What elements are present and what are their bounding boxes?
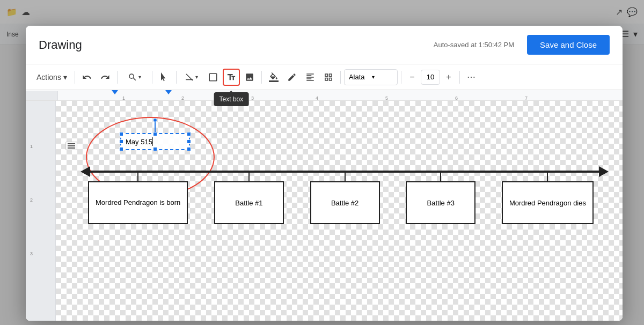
actions-label: Actions <box>36 73 61 82</box>
actions-button[interactable]: Actions ▾ <box>32 71 71 84</box>
timeline-box-3: Battle #2 <box>310 181 380 224</box>
save-and-close-button[interactable]: Save and Close <box>527 35 610 55</box>
ruler-mark-4: 4 <box>316 95 318 101</box>
grid-align-button[interactable] <box>320 69 337 86</box>
shape-tool-button[interactable] <box>204 69 222 86</box>
increase-font-size-button[interactable]: + <box>441 70 456 85</box>
font-name-label: Alata <box>349 73 370 81</box>
ruler-mark-6: 6 <box>455 95 458 101</box>
select-tool-button[interactable] <box>156 69 173 86</box>
textbox-element[interactable]: May 515 <box>120 133 190 150</box>
divider-8 <box>459 71 460 84</box>
resize-handle-bm[interactable] <box>153 147 157 151</box>
divider-7 <box>401 71 401 84</box>
ruler-mark-3: 3 <box>251 95 254 101</box>
more-icon: ⋯ <box>467 72 476 82</box>
timeline-arrowhead <box>599 166 609 177</box>
timeline-box-5: Mordred Pendragon dies <box>502 181 594 224</box>
rotation-handle <box>153 118 157 122</box>
line-icon <box>185 72 194 82</box>
cursor-icon <box>159 72 169 82</box>
line-tool-button[interactable]: ▾ <box>180 69 203 86</box>
resize-handle-tr[interactable] <box>187 132 191 136</box>
divider-2 <box>117 71 118 84</box>
undo-button[interactable] <box>78 69 96 86</box>
ruler-mark-2: 2 <box>181 95 184 101</box>
divider-1 <box>75 71 75 84</box>
zoom-icon <box>128 72 137 82</box>
dialog-header: Drawing Auto-saved at 1:50:42 PM Save an… <box>26 26 623 64</box>
zoom-button[interactable]: ▾ <box>121 69 149 86</box>
drawing-surface[interactable]: May 515 <box>56 101 623 321</box>
pen-tool-button[interactable] <box>283 69 301 86</box>
actions-chevron-icon: ▾ <box>63 73 67 82</box>
ruler: 1 2 3 4 5 6 7 <box>26 90 623 101</box>
shape-icon <box>208 72 218 82</box>
box-wrapper-5: Mordred Pendragon dies <box>502 173 594 224</box>
align-icon <box>305 72 315 82</box>
font-size-input[interactable]: 10 <box>421 70 440 85</box>
timeline-box-1: Mordred Pendragon is born <box>88 181 188 224</box>
image-tool-button[interactable] <box>241 69 258 86</box>
more-options-button[interactable]: ⋯ <box>463 69 480 86</box>
box-wrapper-1: Mordred Pendragon is born <box>88 173 188 224</box>
timeline-wrapper: Mordred Pendragon is born Battle #1 <box>88 171 601 224</box>
font-chevron-icon: ▾ <box>372 74 393 80</box>
divider-3 <box>152 71 152 84</box>
zoom-chevron: ▾ <box>138 74 141 80</box>
ruler-mark-1: 1 <box>122 95 125 101</box>
ruler-vert-mark-3: 3 <box>30 251 33 256</box>
undo-icon <box>82 72 92 82</box>
align-button[interactable] <box>302 69 319 86</box>
resize-handle-br[interactable] <box>187 147 191 151</box>
timeline-box-4: Battle #3 <box>406 181 475 224</box>
redo-button[interactable] <box>97 69 114 86</box>
font-selector[interactable]: Alata ▾ <box>344 69 398 85</box>
image-icon <box>245 72 254 82</box>
drawing-toolbar: Actions ▾ ▾ <box>26 64 623 90</box>
resize-handle-mr[interactable] <box>187 139 191 144</box>
pen-icon <box>287 72 297 82</box>
ruler-mark-7: 7 <box>525 95 528 101</box>
fill-color-button[interactable] <box>265 69 282 86</box>
ruler-mark-5: 5 <box>385 95 388 101</box>
dialog-title: Drawing <box>39 38 82 52</box>
box-wrapper-4: Battle #3 <box>406 173 475 224</box>
timeline-boxes-row: Mordred Pendragon is born Battle #1 <box>88 173 601 224</box>
drawing-dialog: Drawing Auto-saved at 1:50:42 PM Save an… <box>26 26 623 321</box>
font-size-controls: − 10 + <box>405 70 456 85</box>
canvas-area[interactable]: 1 2 3 <box>26 101 623 321</box>
divider-6 <box>340 71 341 84</box>
resize-handle-tm[interactable] <box>153 132 157 136</box>
resize-handle-tl[interactable] <box>119 132 123 136</box>
ruler-vert-mark-2: 2 <box>30 197 33 203</box>
textbox-text: May 515 <box>126 138 152 146</box>
redo-icon <box>100 72 110 82</box>
grid-icon <box>324 72 333 82</box>
line-chevron: ▾ <box>195 74 198 80</box>
resize-handle-bl[interactable] <box>119 147 123 151</box>
divider-4 <box>176 71 177 84</box>
textbox-tool-wrapper: Text box <box>223 69 240 86</box>
drag-handle-icon <box>65 142 77 150</box>
canvas-content: 1 2 3 <box>26 101 623 321</box>
timeline-box-2: Battle #1 <box>214 181 284 224</box>
resize-handle-ml[interactable] <box>119 139 123 144</box>
textbox-tool-button[interactable] <box>223 69 240 86</box>
decrease-font-size-button[interactable]: − <box>405 70 420 85</box>
textbox-icon <box>226 72 236 82</box>
divider-5 <box>261 71 262 84</box>
box-wrapper-2: Battle #1 <box>214 173 284 224</box>
autosave-label: Auto-saved at 1:50:42 PM <box>434 41 514 49</box>
ruler-vert-mark: 1 <box>30 144 33 149</box>
fill-icon <box>269 72 279 82</box>
text-cursor <box>152 137 153 146</box>
box-wrapper-3: Battle #2 <box>310 173 380 224</box>
svg-rect-1 <box>209 73 217 81</box>
